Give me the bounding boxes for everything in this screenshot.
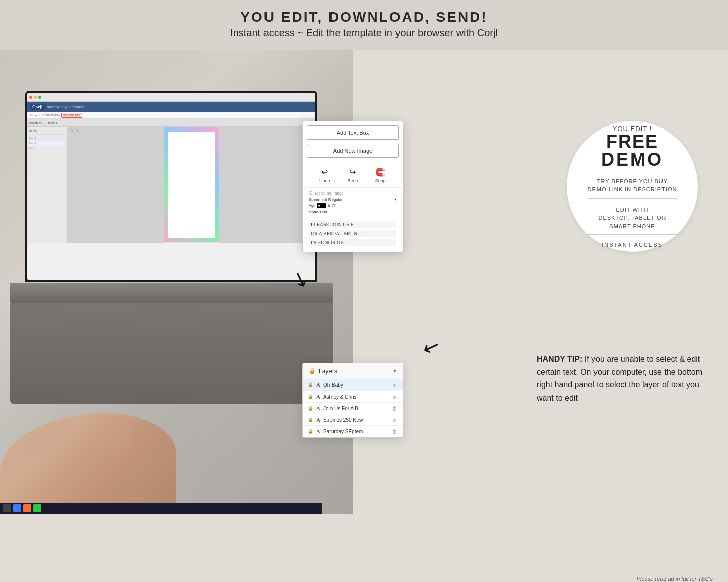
panel-toolbar: ↩ Undo ↪ Redo 🧲 Snap [303,162,403,187]
page-counter: Page 1 [48,121,57,125]
taskbar-item-2[interactable] [13,504,21,512]
height-label: Hgt: [309,204,315,207]
layer-item-1[interactable]: 🔒 A Ashley & Chris 🗑 [303,391,403,403]
layer-item-2[interactable]: 🔒 A Join Us For A B 🗑 [303,403,403,414]
corjl-logo: Corjl [30,104,45,110]
tip-arrow: ↙ [420,333,444,361]
text-sample-bridal[interactable]: OR A BRIDAL BRUN... [309,230,396,237]
nav-item-1[interactable]: Item 1 [29,136,65,141]
toolbar-redo[interactable]: ↪ Redo [347,166,358,183]
demo-free: FREE [606,133,658,151]
demo-link: DEMO LINK IN DESCRIPTION [588,185,677,194]
nav-item-2[interactable]: Item 2 [29,141,65,146]
add-new-image-button[interactable]: Add New Image [307,144,399,158]
demo-divider-1 [588,173,677,173]
order-bar: Order Id: 1509758194 INCOMPLETE [27,112,315,119]
taskbar-item-4[interactable] [33,504,41,512]
browser-dot-yellow [34,96,37,99]
layer-type-1: A [316,394,320,400]
demo-divider-2 [588,198,677,199]
undo-label: Undo [319,178,330,183]
handy-tip-area: HANDY TIP: If you are unable to select &… [537,353,708,404]
layer-delete-2[interactable]: 🗑 [392,406,398,411]
layers-panel: 🔒 Layers ▾ 🔒 A Oh Baby 🗑 🔒 A Ashley & Ch… [302,363,403,438]
demo-divider-3 [588,234,677,235]
sidebar-text: Items [29,129,65,132]
toolbar-undo[interactable]: ↩ Undo [319,166,330,183]
layer-item-4[interactable]: 🔒 A Saturday SEptem 🗑 [303,426,403,437]
toolbar-text: test item 1 [29,121,44,125]
browser-dot-green [38,96,41,99]
layer-name-1: Ashley & Chris [323,394,389,400]
layer-delete-0[interactable]: 🗑 [392,382,398,388]
layer-type-3: A [316,417,320,423]
zoom-out[interactable]: 🔍 [75,128,78,132]
layers-title: Layers [319,368,337,375]
layers-lock-icon: 🔒 [309,368,316,374]
card-canvas: 🔍 🔍 🧚 Menu entrées [68,127,315,243]
status-incomplete: INCOMPLETE [61,113,82,118]
layers-header-text: 🔒 Layers [309,368,337,375]
layer-lock-icon-3: 🔒 [308,417,313,422]
header-subtitle: Instant access ~ Edit the template in yo… [0,27,728,39]
redo-icon: ↪ [347,166,358,177]
footer-note: Please read ad in full for T&C's [637,576,713,582]
card-floral-border [164,127,219,242]
text-samples-area: PLEASE JOIN US F... OR A BRIDAL BRUN... … [303,217,403,252]
taskbar-item-3[interactable] [23,504,31,512]
layer-delete-3[interactable]: 🗑 [392,417,398,423]
add-text-box-button[interactable]: Add Text Box [307,125,399,140]
toolbar-snap[interactable]: 🧲 Snap [375,166,386,183]
panel-text-options: ☑ Resize as Image Spearmint Regular ▾ Hg… [303,187,403,217]
layer-lock-icon-0: 🔒 [308,382,313,387]
laptop-base: MacBook Pro [10,283,333,303]
invitation-card: 🧚 Menu entrées COLD PRESSED JUICE SHEET … [164,127,219,243]
layer-type-2: A [316,405,320,411]
header-banner: YOU EDIT, DOWNLOAD, SEND! Instant access… [0,0,728,50]
layer-item-3[interactable]: 🔒 A Supinos 250 New 🗑 [303,414,403,426]
snap-icon: 🧲 [375,166,386,177]
editor-area: Items Item 1 Item 2 Item 3 [27,127,315,243]
handy-tip-text: HANDY TIP: If you are unable to select &… [537,353,708,404]
layer-name-4: Saturday SEptem [323,429,389,434]
layer-delete-4[interactable]: 🗑 [392,429,398,434]
editor-sidebar: Items Item 1 Item 2 Item 3 [27,127,68,243]
laptop-container: Corjl NoccayParty Templates Order Id: 15… [10,91,333,469]
screen-toolbar: test item 1 Page 1 [27,119,315,127]
font-select-row: Spearmint Regular ▾ [309,197,396,202]
style-text-label: Style Text [309,210,396,214]
layer-delete-1[interactable]: 🗑 [392,394,398,400]
layer-lock-icon-2: 🔒 [308,406,313,411]
layer-item-0[interactable]: 🔒 A Oh Baby 🗑 [303,379,403,391]
main-area: Corjl NoccayParty Templates Order Id: 15… [0,50,728,582]
text-sample-please[interactable]: PLEASE JOIN US F... [309,221,396,228]
laptop-screen: Corjl NoccayParty Templates Order Id: 15… [25,91,317,282]
taskbar-item-1[interactable] [3,504,11,512]
order-id-label: Order Id: 1509758194 [30,114,60,117]
layer-lock-icon-1: 🔒 [308,394,313,399]
layer-type-4: A [316,428,320,434]
layers-header: 🔒 Layers ▾ [303,363,403,379]
nav-item-3[interactable]: Item 3 [29,146,65,151]
snap-label: Snap [375,178,386,183]
demo-instant: INSTANT ACCESS [602,242,663,248]
size-row: Hgt: ■ tr 77 [309,203,396,208]
sidebar-nav-items: Item 1 Item 2 Item 3 [29,136,65,151]
size-value: tr 77 [328,204,336,207]
font-dropdown-icon[interactable]: ▾ [394,197,396,202]
text-options-label: ☑ Resize as Image [309,191,396,196]
zoom-in[interactable]: 🔍 [70,128,73,132]
handy-tip-label: HANDY TIP: [537,355,582,363]
undo-icon: ↩ [319,166,330,177]
sidebar-divider [29,134,65,135]
color-swatch[interactable]: ■ [317,203,326,208]
laptop-keyboard [10,303,333,404]
corjl-editor-panel: Add Text Box Add New Image ↩ Undo ↪ Redo… [302,121,403,252]
browser-bar [27,93,315,102]
header-title: YOU EDIT, DOWNLOAD, SEND! [0,9,728,25]
font-label: Spearmint Regular [309,197,343,202]
layers-chevron-icon[interactable]: ▾ [393,367,396,375]
text-sample-honor[interactable]: IN HONOR OF... [309,239,396,246]
corjl-nav: Corjl NoccayParty Templates [27,102,315,112]
browser-dot-red [29,96,32,99]
